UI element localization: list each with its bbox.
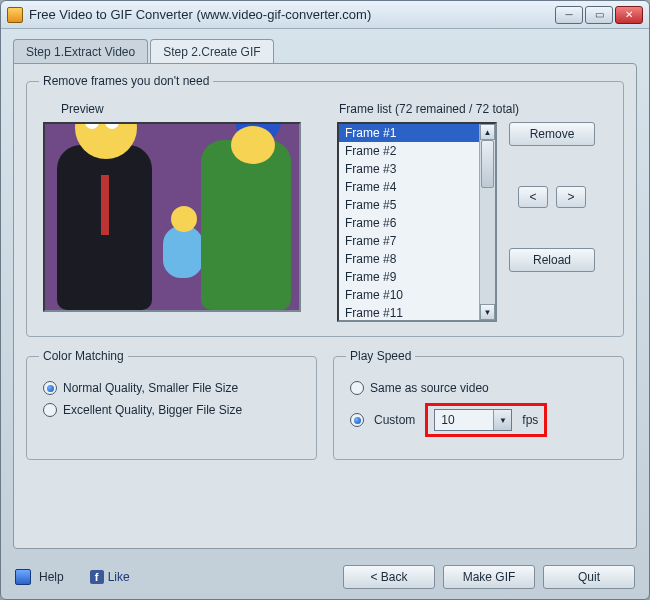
listbox-scrollbar[interactable]: ▲ ▼ [479, 124, 495, 320]
radio-label: Normal Quality, Smaller File Size [63, 381, 238, 395]
frame-list-item[interactable]: Frame #10 [339, 286, 479, 304]
frame-list-item[interactable]: Frame #2 [339, 142, 479, 160]
radio-label: Custom [374, 413, 415, 427]
help-link[interactable]: Help [39, 570, 64, 584]
frame-list-item[interactable]: Frame #1 [339, 124, 479, 142]
frame-list-item[interactable]: Frame #11 [339, 304, 479, 320]
lower-row: Color Matching Normal Quality, Smaller F… [26, 349, 624, 460]
facebook-icon: f [90, 570, 104, 584]
prev-frame-button[interactable]: < [518, 186, 548, 208]
frames-legend: Remove frames you don't need [39, 74, 213, 88]
fps-unit-label: fps [522, 413, 538, 427]
tab-page-step2: Remove frames you don't need Preview Fra… [13, 63, 637, 549]
radio-icon[interactable] [350, 381, 364, 395]
reload-button[interactable]: Reload [509, 248, 595, 272]
radio-same-as-source[interactable]: Same as source video [350, 381, 607, 395]
tab-step2[interactable]: Step 2.Create GIF [150, 39, 273, 64]
play-speed-legend: Play Speed [346, 349, 415, 363]
color-matching-legend: Color Matching [39, 349, 128, 363]
tab-step1[interactable]: Step 1.Extract Video [13, 39, 148, 64]
radio-label: Excellent Quality, Bigger File Size [63, 403, 242, 417]
radio-label: Same as source video [370, 381, 489, 395]
frame-list-item[interactable]: Frame #6 [339, 214, 479, 232]
frame-list-item[interactable]: Frame #5 [339, 196, 479, 214]
framelist-label: Frame list (72 remained / 72 total) [339, 102, 611, 116]
quit-button[interactable]: Quit [543, 565, 635, 589]
frame-list-item[interactable]: Frame #3 [339, 160, 479, 178]
fps-combobox[interactable]: 10 ▼ [434, 409, 512, 431]
preview-column: Preview [39, 98, 319, 322]
scroll-down-icon[interactable]: ▼ [480, 304, 495, 320]
help-icon[interactable] [15, 569, 31, 585]
like-label: Like [108, 570, 130, 584]
preview-image [43, 122, 301, 312]
window-title: Free Video to GIF Converter (www.video-g… [29, 7, 555, 22]
minimize-button[interactable]: ─ [555, 6, 583, 24]
radio-icon[interactable] [43, 381, 57, 395]
window-buttons: ─ ▭ ✕ [555, 6, 643, 24]
facebook-like-button[interactable]: f Like [90, 570, 130, 584]
color-matching-group: Color Matching Normal Quality, Smaller F… [26, 349, 317, 460]
preview-label: Preview [61, 102, 319, 116]
remove-button[interactable]: Remove [509, 122, 595, 146]
radio-normal-quality[interactable]: Normal Quality, Smaller File Size [43, 381, 300, 395]
frame-list-item[interactable]: Frame #4 [339, 178, 479, 196]
radio-icon[interactable] [350, 413, 364, 427]
scroll-up-icon[interactable]: ▲ [480, 124, 495, 140]
back-button[interactable]: < Back [343, 565, 435, 589]
frame-list-item[interactable]: Frame #9 [339, 268, 479, 286]
maximize-button[interactable]: ▭ [585, 6, 613, 24]
app-icon [7, 7, 23, 23]
framelist-buttons: Remove < > Reload [509, 122, 595, 322]
chevron-down-icon[interactable]: ▼ [493, 410, 511, 430]
frames-group: Remove frames you don't need Preview Fra… [26, 74, 624, 337]
make-gif-button[interactable]: Make GIF [443, 565, 535, 589]
frame-listbox[interactable]: Frame #1Frame #2Frame #3Frame #4Frame #5… [337, 122, 497, 322]
tab-strip: Step 1.Extract Video Step 2.Create GIF [13, 39, 637, 64]
footer-bar: Help f Like < Back Make GIF Quit [1, 557, 649, 599]
preview-figure [201, 140, 291, 310]
radio-custom-speed[interactable]: Custom 10 ▼ fps [350, 403, 607, 437]
radio-icon[interactable] [43, 403, 57, 417]
client-area: Step 1.Extract Video Step 2.Create GIF R… [1, 29, 649, 557]
preview-figure [163, 226, 203, 278]
close-button[interactable]: ✕ [615, 6, 643, 24]
frame-list-item[interactable]: Frame #8 [339, 250, 479, 268]
framelist-column: Frame list (72 remained / 72 total) Fram… [337, 98, 611, 322]
fps-value: 10 [435, 413, 493, 427]
play-speed-group: Play Speed Same as source video Custom 1… [333, 349, 624, 460]
radio-excellent-quality[interactable]: Excellent Quality, Bigger File Size [43, 403, 300, 417]
titlebar: Free Video to GIF Converter (www.video-g… [1, 1, 649, 29]
highlight-box: 10 ▼ fps [425, 403, 547, 437]
next-frame-button[interactable]: > [556, 186, 586, 208]
app-window: Free Video to GIF Converter (www.video-g… [0, 0, 650, 600]
frame-list-item[interactable]: Frame #7 [339, 232, 479, 250]
preview-figure [57, 145, 152, 310]
scroll-thumb[interactable] [481, 140, 494, 188]
